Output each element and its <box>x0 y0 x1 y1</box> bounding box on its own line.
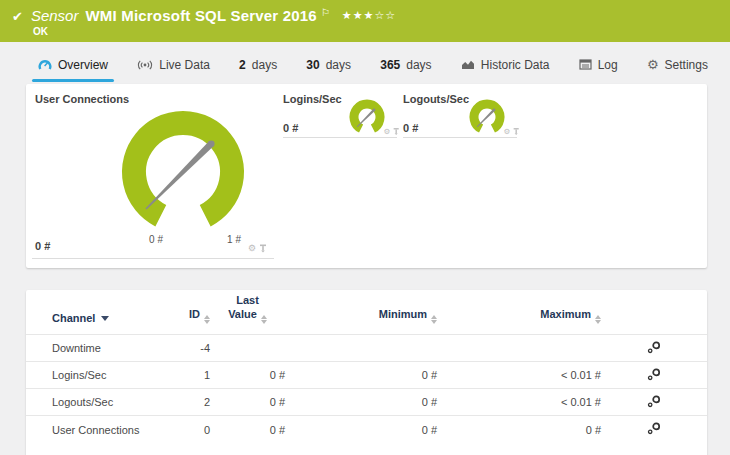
tab-30-days[interactable]: 30days <box>298 53 359 80</box>
table-row: Downtime -4 <box>26 335 707 362</box>
channel-minimum: 0 # <box>285 389 437 416</box>
channel-maximum: < 0.01 # <box>437 389 601 416</box>
channels-panel: Channel ID Last Value Minimum Maximum <box>26 290 707 455</box>
logins-gauge-tools: ⚙ <box>383 128 399 136</box>
channel-maximum: 0 # <box>437 416 601 443</box>
table-row: Logouts/Sec 2 0 # 0 # < 0.01 # <box>26 389 707 416</box>
gear-icon[interactable]: ⚙ <box>383 128 390 136</box>
gauge-icon <box>38 58 52 71</box>
col-header-channel[interactable]: Channel <box>26 290 146 335</box>
channel-name[interactable]: Logouts/Sec <box>26 389 146 416</box>
broadcast-icon <box>137 59 153 71</box>
gear-icon[interactable]: ⚙ <box>248 244 256 253</box>
area-chart-icon <box>461 59 475 70</box>
table-row: User Connections 0 0 # 0 # 0 # <box>26 416 707 443</box>
pin-icon[interactable] <box>513 128 520 136</box>
col-header-id[interactable]: ID <box>146 290 210 335</box>
tab-live-data[interactable]: Live Data <box>129 53 218 80</box>
channel-id: 1 <box>146 362 210 389</box>
col-header-last-value[interactable]: Last Value <box>210 290 285 335</box>
channel-maximum: < 0.01 # <box>437 362 601 389</box>
col-header-minimum[interactable]: Minimum <box>285 290 437 335</box>
channel-minimum: 0 # <box>285 362 437 389</box>
logouts-gauge-title: Logouts/Sec <box>403 93 469 105</box>
tab-historic-data[interactable]: Historic Data <box>453 53 558 80</box>
pin-icon[interactable] <box>259 244 267 253</box>
channel-last-value: 0 # <box>210 362 285 389</box>
divider <box>32 258 274 259</box>
sensor-title: WMI Microsoft SQL Server 2016 <box>85 7 316 24</box>
channel-settings-icon[interactable] <box>647 422 661 435</box>
tab-bar: Overview Live Data 2days 30days 365days … <box>30 52 716 80</box>
channel-name[interactable]: User Connections <box>26 416 146 443</box>
primary-gauge-tools: ⚙ <box>248 244 267 253</box>
tab-overview[interactable]: Overview <box>30 53 116 80</box>
channel-settings-icon[interactable] <box>647 395 661 408</box>
flag-icon[interactable]: ⚐ <box>321 7 330 18</box>
channels-table: Channel ID Last Value Minimum Maximum <box>26 290 707 443</box>
primary-gauge-title: User Connections <box>35 93 129 105</box>
tab-365-days[interactable]: 365days <box>372 53 439 80</box>
primary-gauge-scale-min: 0 # <box>136 234 176 245</box>
primary-gauge-value: 0 # <box>35 240 50 252</box>
channel-id: 2 <box>146 389 210 416</box>
gear-icon[interactable]: ⚙ <box>503 128 510 136</box>
channel-last-value: 0 # <box>210 389 285 416</box>
channel-id: 0 <box>146 416 210 443</box>
status-check-icon: ✔ <box>12 9 23 24</box>
channel-settings-icon[interactable] <box>647 341 661 354</box>
col-header-maximum[interactable]: Maximum <box>437 290 601 335</box>
col-header-tools <box>601 290 707 335</box>
tab-settings[interactable]: ⚙ Settings <box>639 53 716 80</box>
sort-icon <box>204 315 210 325</box>
sort-icon <box>431 315 437 325</box>
gear-icon: ⚙ <box>647 58 659 71</box>
channel-maximum <box>437 335 601 362</box>
sensor-header: ✔ Sensor WMI Microsoft SQL Server 2016 ⚐… <box>0 0 730 42</box>
table-row: Logins/Sec 1 0 # 0 # < 0.01 # <box>26 362 707 389</box>
sort-icon <box>595 315 601 325</box>
gauges-panel: User Connections 0 # 1 # 0 # ⚙ Logins/Se… <box>26 84 707 268</box>
divider <box>403 137 517 138</box>
channel-last-value <box>210 335 285 362</box>
logouts-gauge-tools: ⚙ <box>503 128 519 136</box>
channel-settings-icon[interactable] <box>647 368 661 381</box>
sensor-type-label: Sensor <box>31 7 79 24</box>
channel-name[interactable]: Downtime <box>26 335 146 362</box>
log-icon <box>579 59 592 70</box>
channel-minimum <box>285 335 437 362</box>
pin-icon[interactable] <box>393 128 400 136</box>
logins-gauge-title: Logins/Sec <box>283 93 342 105</box>
channel-minimum: 0 # <box>285 416 437 443</box>
sort-icon <box>261 315 267 325</box>
sort-caret-icon <box>101 316 109 321</box>
user-connections-gauge <box>116 106 250 236</box>
logouts-gauge-value: 0 # <box>403 122 418 134</box>
logins-gauge-value: 0 # <box>283 122 298 134</box>
priority-stars[interactable]: ★★★☆☆ <box>342 9 396 22</box>
channel-id: -4 <box>146 335 210 362</box>
logouts-gauge <box>467 97 507 137</box>
channel-name[interactable]: Logins/Sec <box>26 362 146 389</box>
tab-2-days[interactable]: 2days <box>231 53 285 80</box>
logins-gauge <box>347 97 387 137</box>
status-badge: OK <box>33 26 396 37</box>
divider <box>283 137 397 138</box>
tab-log[interactable]: Log <box>571 53 626 80</box>
channel-last-value: 0 # <box>210 416 285 443</box>
